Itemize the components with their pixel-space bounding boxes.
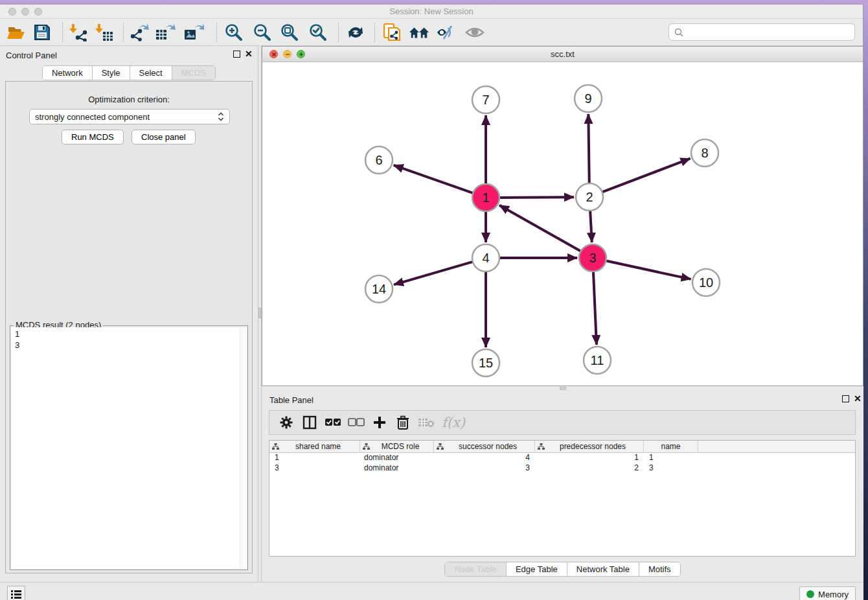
graph-node-label: 2 bbox=[586, 190, 593, 204]
export-network-icon[interactable] bbox=[128, 21, 150, 43]
graph-node-label: 11 bbox=[591, 353, 604, 367]
mcds-result-scrollbar[interactable] bbox=[240, 327, 247, 569]
import-table-icon[interactable] bbox=[93, 21, 115, 43]
control-panel: Control Panel ✕ Network Style Select MCD… bbox=[0, 46, 258, 582]
first-neighbors-icon[interactable] bbox=[408, 21, 430, 43]
graph-edge-3-1[interactable] bbox=[499, 205, 582, 252]
tab-select[interactable]: Select bbox=[130, 66, 172, 80]
apply-layout-icon[interactable] bbox=[345, 21, 367, 43]
table-panel: Table Panel ✕ bbox=[262, 391, 863, 582]
show-all-eye-icon[interactable] bbox=[464, 21, 486, 43]
graph-node-label: 3 bbox=[589, 251, 596, 265]
cell-successor-nodes[interactable]: 4 bbox=[434, 453, 535, 463]
main-toolbar bbox=[0, 19, 863, 46]
zoom-out-icon[interactable] bbox=[251, 21, 273, 43]
search-input[interactable] bbox=[687, 27, 854, 37]
graph-edge-2-8[interactable] bbox=[601, 159, 691, 193]
open-file-icon[interactable] bbox=[5, 21, 27, 43]
optimization-criterion-label: Optimization criterion: bbox=[6, 95, 252, 104]
cell-predecessor-nodes[interactable]: 2 bbox=[535, 463, 644, 474]
cell-mcds-role[interactable]: dominator bbox=[360, 453, 434, 463]
tab-motifs[interactable]: Motifs bbox=[639, 562, 680, 576]
cell-predecessor-nodes[interactable]: 1 bbox=[535, 453, 644, 463]
screen: Session: New Session bbox=[0, 0, 868, 600]
network-view-titlebar[interactable]: scc.txt bbox=[262, 47, 863, 62]
table-panel-title: Table Panel bbox=[269, 395, 314, 405]
delete-table-icon[interactable] bbox=[415, 413, 438, 432]
function-builder-icon[interactable]: f(x) bbox=[438, 413, 469, 432]
tab-mcds[interactable]: MCDS bbox=[172, 66, 215, 80]
zoom-fit-icon[interactable] bbox=[279, 21, 301, 43]
optimization-criterion-select[interactable]: strongly connected component bbox=[29, 109, 230, 124]
cell-shared-name[interactable]: 1 bbox=[269, 453, 360, 463]
float-panel-icon[interactable] bbox=[842, 395, 849, 402]
mcds-panel-body: Optimization criterion: strongly connect… bbox=[5, 81, 253, 573]
tab-node-table[interactable]: Node Table bbox=[445, 562, 507, 576]
network-canvas[interactable]: 7968124314101511 bbox=[262, 62, 863, 386]
splitter-grip[interactable] bbox=[560, 387, 566, 390]
cell-name[interactable]: 3 bbox=[644, 463, 698, 474]
table-row[interactable]: 3 dominator 3 2 3 bbox=[269, 463, 855, 474]
cell-mcds-role[interactable]: dominator bbox=[360, 463, 434, 474]
memory-button[interactable]: Memory bbox=[799, 586, 856, 600]
column-header-successor-nodes[interactable]: successor nodes bbox=[434, 441, 535, 452]
graph-edge-1-6[interactable] bbox=[394, 165, 474, 194]
graph-node-label: 14 bbox=[372, 282, 386, 296]
deselect-all-rows-icon[interactable] bbox=[345, 413, 368, 432]
graph-edge-4-14[interactable] bbox=[394, 261, 474, 284]
toolbar-separator bbox=[338, 23, 339, 42]
graph-edge-2-9[interactable] bbox=[588, 114, 589, 185]
delete-columns-trash-icon[interactable] bbox=[391, 413, 415, 432]
window-titlebar: Session: New Session bbox=[0, 5, 863, 19]
task-history-button[interactable] bbox=[7, 586, 25, 600]
zoom-in-icon[interactable] bbox=[223, 21, 245, 43]
column-type-icon bbox=[437, 443, 444, 450]
tab-style[interactable]: Style bbox=[93, 66, 130, 80]
tab-edge-table[interactable]: Edge Table bbox=[507, 562, 567, 576]
column-selector-icon[interactable] bbox=[298, 413, 321, 432]
cell-successor-nodes[interactable]: 3 bbox=[434, 463, 535, 474]
save-session-icon[interactable] bbox=[31, 21, 53, 43]
graph-node-label: 7 bbox=[482, 93, 489, 107]
horizontal-splitter[interactable] bbox=[262, 386, 863, 391]
node-table: shared name MCDS role successor nodes pr… bbox=[269, 440, 856, 557]
tab-network[interactable]: Network bbox=[43, 66, 93, 80]
graph-edge-3-11[interactable] bbox=[593, 270, 597, 345]
graph-edge-1-2[interactable] bbox=[498, 197, 574, 198]
network-view-window: scc.txt 7968124314101511 bbox=[262, 46, 863, 386]
float-panel-icon[interactable] bbox=[233, 51, 240, 58]
cell-name[interactable]: 1 bbox=[644, 453, 698, 463]
memory-label: Memory bbox=[818, 590, 849, 599]
table-options-gear-icon[interactable] bbox=[275, 413, 298, 432]
column-header-predecessor-nodes[interactable]: predecessor nodes bbox=[535, 441, 644, 452]
column-header-shared-name[interactable]: shared name bbox=[269, 441, 360, 452]
toolbar-separator bbox=[374, 23, 375, 42]
tab-network-table[interactable]: Network Table bbox=[567, 562, 639, 576]
search-icon bbox=[674, 28, 683, 37]
export-table-icon[interactable] bbox=[154, 21, 176, 43]
export-image-icon[interactable] bbox=[183, 21, 205, 43]
column-type-icon bbox=[538, 443, 545, 450]
cell-shared-name[interactable]: 3 bbox=[269, 463, 360, 474]
window-title: Session: New Session bbox=[0, 6, 863, 16]
create-column-plus-icon[interactable] bbox=[368, 413, 391, 432]
import-network-icon[interactable] bbox=[67, 21, 89, 43]
close-panel-icon[interactable]: ✕ bbox=[854, 393, 862, 404]
column-header-mcds-role[interactable]: MCDS role bbox=[360, 441, 434, 452]
clone-network-icon[interactable] bbox=[381, 21, 403, 43]
table-header-row: shared name MCDS role successor nodes pr… bbox=[269, 441, 855, 453]
graph-node-label: 9 bbox=[584, 91, 591, 106]
splitter-grip[interactable] bbox=[258, 308, 261, 318]
hide-selected-eye-icon[interactable] bbox=[435, 21, 457, 43]
graph-edge-2-3[interactable] bbox=[590, 209, 592, 242]
select-all-rows-icon[interactable] bbox=[321, 413, 345, 432]
close-panel-icon[interactable]: ✕ bbox=[245, 49, 253, 59]
mcds-result-text[interactable]: 1 3 bbox=[11, 327, 247, 569]
close-panel-button[interactable]: Close panel bbox=[131, 130, 196, 144]
run-mcds-button[interactable]: Run MCDS bbox=[62, 130, 124, 144]
column-header-name[interactable]: name bbox=[644, 441, 698, 452]
graph-edge-3-10[interactable] bbox=[605, 260, 691, 279]
toolbar-separator bbox=[62, 23, 63, 42]
zoom-selected-icon[interactable] bbox=[307, 21, 329, 43]
table-row[interactable]: 1 dominator 4 1 1 bbox=[269, 453, 855, 463]
